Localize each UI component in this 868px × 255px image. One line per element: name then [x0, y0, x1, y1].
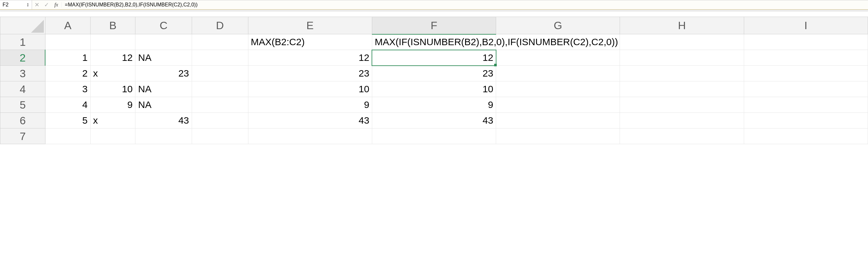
cell-I6[interactable]: [744, 113, 868, 129]
cell-G6[interactable]: [496, 113, 620, 129]
cell-A2[interactable]: 1: [45, 50, 90, 66]
cell-F7[interactable]: [372, 129, 496, 144]
column-header-H[interactable]: H: [620, 17, 744, 34]
name-box-spinner-icon[interactable]: ▲▼: [27, 3, 29, 7]
cell-D4[interactable]: [192, 81, 248, 97]
cell-C7[interactable]: [135, 129, 192, 144]
cell-G3[interactable]: [496, 66, 620, 81]
select-all-corner[interactable]: [0, 17, 45, 34]
column-header-B[interactable]: B: [90, 17, 135, 34]
fx-icon[interactable]: fx: [51, 2, 62, 8]
cell-B7[interactable]: [90, 129, 135, 144]
row-header-7[interactable]: 7: [0, 129, 45, 144]
cell-C2[interactable]: NA: [135, 50, 192, 66]
cell-F4[interactable]: 10: [372, 81, 496, 97]
cell-D6[interactable]: [192, 113, 248, 129]
cell-E4[interactable]: 10: [248, 81, 372, 97]
name-box[interactable]: F2 ▲▼: [0, 0, 32, 9]
cell-D1[interactable]: [192, 34, 248, 50]
spreadsheet: ABCDEFGHI1MAX(B2:C2)MAX(IF(ISNUMBER(B2),…: [0, 17, 868, 144]
cell-I1[interactable]: [744, 34, 868, 50]
accept-icon[interactable]: ✓: [41, 0, 51, 9]
cell-I4[interactable]: [744, 81, 868, 97]
cell-A4[interactable]: 3: [45, 81, 90, 97]
cell-C4[interactable]: NA: [135, 81, 192, 97]
cell-H1[interactable]: [620, 34, 744, 50]
row-header-1[interactable]: 1: [0, 34, 45, 50]
cell-G4[interactable]: [496, 81, 620, 97]
column-header-D[interactable]: D: [192, 17, 248, 34]
cell-A1[interactable]: [45, 34, 90, 50]
row-header-3[interactable]: 3: [0, 66, 45, 81]
cell-E6[interactable]: 43: [248, 113, 372, 129]
cell-H2[interactable]: [620, 50, 744, 66]
cell-C3[interactable]: 23: [135, 66, 192, 81]
cell-E7[interactable]: [248, 129, 372, 144]
cell-A7[interactable]: [45, 129, 90, 144]
cell-I5[interactable]: [744, 97, 868, 113]
cell-G2[interactable]: [496, 50, 620, 66]
cell-H4[interactable]: [620, 81, 744, 97]
cell-A5[interactable]: 4: [45, 97, 90, 113]
cell-B4[interactable]: 10: [90, 81, 135, 97]
cell-B1[interactable]: [90, 34, 135, 50]
cell-I7[interactable]: [744, 129, 868, 144]
cell-E5[interactable]: 9: [248, 97, 372, 113]
cell-H6[interactable]: [620, 113, 744, 129]
cell-B2[interactable]: 12: [90, 50, 135, 66]
column-header-I[interactable]: I: [744, 17, 868, 34]
formula-input[interactable]: =MAX(IF(ISNUMBER(B2),B2,0),IF(ISNUMBER(C…: [62, 0, 868, 9]
cell-G7[interactable]: [496, 129, 620, 144]
cell-C6[interactable]: 43: [135, 113, 192, 129]
cell-text: MAX(IF(ISNUMBER(B2),B2,0),IF(ISNUMBER(C2…: [375, 36, 618, 48]
row-header-4[interactable]: 4: [0, 81, 45, 97]
cell-H5[interactable]: [620, 97, 744, 113]
cell-E1[interactable]: MAX(B2:C2): [248, 34, 372, 50]
cell-reference: F2: [3, 2, 9, 8]
cell-C1[interactable]: [135, 34, 192, 50]
sheet-top-border: [0, 9, 868, 11]
cell-A3[interactable]: 2: [45, 66, 90, 81]
cell-D2[interactable]: [192, 50, 248, 66]
column-header-G[interactable]: G: [496, 17, 620, 34]
cell-B3[interactable]: x: [90, 66, 135, 81]
column-header-C[interactable]: C: [135, 17, 192, 34]
row-header-2[interactable]: 2: [0, 50, 45, 66]
cell-I3[interactable]: [744, 66, 868, 81]
cell-E3[interactable]: 23: [248, 66, 372, 81]
column-header-A[interactable]: A: [45, 17, 90, 34]
cell-D3[interactable]: [192, 66, 248, 81]
formula-bar: F2 ▲▼ ✕ ✓ fx =MAX(IF(ISNUMBER(B2),B2,0),…: [0, 0, 868, 9]
column-header-E[interactable]: E: [248, 17, 372, 34]
column-header-F[interactable]: F: [372, 17, 496, 34]
cell-B6[interactable]: x: [90, 113, 135, 129]
row-header-5[interactable]: 5: [0, 97, 45, 113]
cell-B5[interactable]: 9: [90, 97, 135, 113]
row-header-6[interactable]: 6: [0, 113, 45, 129]
cell-H7[interactable]: [620, 129, 744, 144]
cell-A6[interactable]: 5: [45, 113, 90, 129]
cancel-icon[interactable]: ✕: [32, 0, 41, 9]
cell-F2[interactable]: 12: [372, 50, 496, 66]
cell-D7[interactable]: [192, 129, 248, 144]
cell-D5[interactable]: [192, 97, 248, 113]
cell-F6[interactable]: 43: [372, 113, 496, 129]
cell-F3[interactable]: 23: [372, 66, 496, 81]
cell-F1[interactable]: MAX(IF(ISNUMBER(B2),B2,0),IF(ISNUMBER(C2…: [372, 34, 496, 50]
cell-H3[interactable]: [620, 66, 744, 81]
cell-F5[interactable]: 9: [372, 97, 496, 113]
cell-C5[interactable]: NA: [135, 97, 192, 113]
cell-E2[interactable]: 12: [248, 50, 372, 66]
cell-G5[interactable]: [496, 97, 620, 113]
cell-I2[interactable]: [744, 50, 868, 66]
